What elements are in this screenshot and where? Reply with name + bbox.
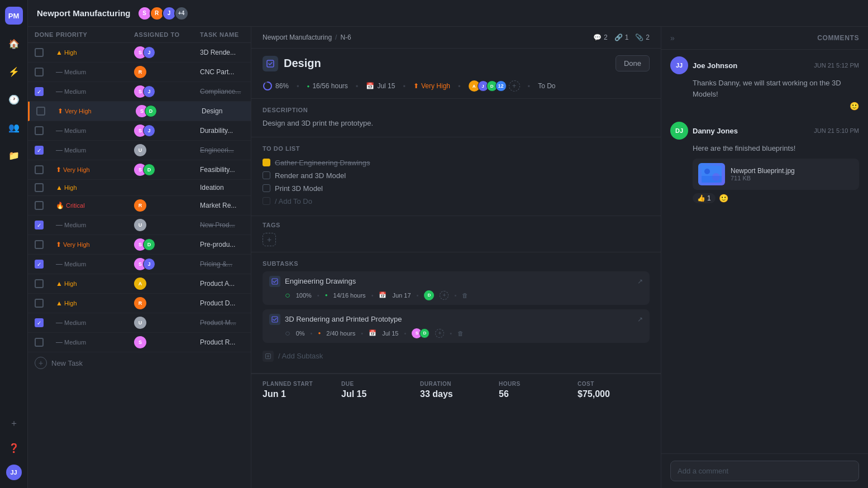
task-list-area: DONE PRIORITY ASSIGNED TO TASK NAME ▲ Hi…	[28, 27, 868, 488]
table-row[interactable]: ✓ — Medium S J Compliance...	[28, 82, 251, 102]
subtask-add-assignee[interactable]: +	[435, 329, 444, 338]
todo-checkbox[interactable]	[263, 159, 270, 166]
priority-icon: —	[56, 319, 63, 327]
sidebar-user[interactable]: JJ	[5, 463, 23, 481]
collapse-comments-button[interactable]: »	[670, 34, 675, 42]
table-row[interactable]: — Medium R CNC Part...	[28, 63, 251, 82]
todo-checkbox[interactable]	[263, 171, 270, 179]
table-row[interactable]: ▲ High Ideation	[28, 180, 251, 196]
todo-checkbox[interactable]	[263, 184, 270, 192]
subtask-due: Jul 15	[382, 330, 398, 337]
add-subtask-button[interactable]: / Add Subtask	[263, 347, 650, 365]
stat-duration-value: 33 days	[420, 389, 492, 399]
task-type-icon	[263, 56, 278, 71]
stat-hours-value: 56	[499, 389, 571, 399]
table-row[interactable]: — Medium S Product R...	[28, 333, 251, 352]
assignee-avatars: S J	[134, 85, 195, 98]
table-row[interactable]: ▲ High A Product A...	[28, 274, 251, 294]
assignee-avatar: A	[134, 278, 146, 290]
task-name: Product D...	[200, 299, 244, 307]
priority-badge: — Medium	[56, 68, 130, 76]
row-checkbox[interactable]	[35, 165, 44, 174]
row-checkbox[interactable]	[35, 48, 44, 57]
reaction-thumbsup[interactable]: 👍 1	[693, 193, 716, 203]
attachment-size: 711 KB	[731, 175, 853, 181]
row-checkbox[interactable]: ✓	[35, 221, 44, 229]
add-assignee-button[interactable]: +	[509, 80, 520, 92]
comments-count[interactable]: 💬 2	[593, 34, 608, 41]
row-checkbox[interactable]	[35, 299, 44, 308]
table-row[interactable]: ✓ — Medium S J Pricing &...	[28, 255, 251, 274]
table-row[interactable]: — Medium S J Durability...	[28, 121, 251, 141]
links-count[interactable]: 🔗 1	[614, 34, 629, 41]
calendar-icon-2: 📅	[379, 291, 387, 299]
sidebar-history[interactable]: 🕐	[5, 90, 23, 108]
row-checkbox[interactable]: ✓	[35, 260, 44, 269]
comment-input[interactable]	[670, 461, 859, 481]
row-checkbox[interactable]: ✓	[35, 87, 44, 96]
row-checkbox[interactable]	[35, 126, 44, 135]
sidebar-home[interactable]: 🏠	[5, 35, 23, 52]
table-row[interactable]: ⬆ Very High S D Design	[28, 102, 251, 121]
add-reaction-button[interactable]: 🙂	[850, 102, 859, 111]
done-button[interactable]: Done	[616, 55, 650, 71]
row-checkbox[interactable]: ✓	[35, 318, 44, 327]
assignee-avatars: S J	[134, 258, 195, 270]
row-checkbox[interactable]	[35, 338, 44, 347]
comment-header: JJ Joe Johnson JUN 21 5:12 PM	[670, 56, 859, 74]
subtask-external-link[interactable]: ↗	[637, 278, 643, 285]
todo-text: Print 3D Model	[275, 184, 323, 193]
subtask-item: 3D Rendering and Printed Prototype ↗ ○ 0…	[263, 309, 650, 343]
stat-hours: HOURS 56	[499, 381, 571, 399]
reaction-emoji: 👍	[697, 194, 705, 202]
add-tag-button[interactable]: +	[263, 233, 276, 246]
subtask-add-assignee[interactable]: +	[440, 291, 449, 300]
breadcrumb-task-id[interactable]: N-6	[340, 34, 351, 41]
breadcrumb-project[interactable]: Newport Manufacturing	[263, 34, 332, 41]
sidebar-files[interactable]: 📁	[5, 146, 23, 164]
table-row[interactable]: ▲ High S J 3D Rende...	[28, 43, 251, 63]
attachments-count[interactable]: 📎 2	[635, 34, 650, 41]
table-row[interactable]: ▲ High R Product D...	[28, 294, 251, 313]
subtask-due: Jun 17	[392, 292, 411, 299]
todo-item: Render and 3D Model	[263, 169, 650, 182]
row-checkbox[interactable]	[35, 201, 44, 210]
table-row[interactable]: ⬆ Very High S D Feasibility...	[28, 160, 251, 180]
assignee-avatars: U	[134, 144, 195, 156]
sidebar-add[interactable]: ＋	[5, 414, 23, 432]
table-row[interactable]: ✓ — Medium U New Prod...	[28, 216, 251, 235]
table-row[interactable]: ✓ — Medium U Product M...	[28, 313, 251, 333]
subtask-delete-icon[interactable]: 🗑	[457, 330, 464, 337]
row-checkbox[interactable]	[35, 279, 44, 288]
comments-count-value: 2	[604, 34, 608, 41]
row-checkbox[interactable]	[35, 183, 44, 192]
stat-duration: DURATION 33 days	[420, 381, 492, 399]
row-checkbox[interactable]	[36, 107, 45, 116]
subtask-delete-icon[interactable]: 🗑	[462, 292, 468, 299]
add-reaction-button[interactable]: 🙂	[719, 194, 728, 203]
priority-text: High	[64, 49, 77, 56]
assignee-avatars: S	[134, 336, 195, 348]
priority-badge: 🔥 Critical	[56, 202, 130, 209]
table-row[interactable]: ✓ — Medium U Engineeri...	[28, 141, 251, 160]
row-checkbox[interactable]: ✓	[35, 146, 44, 155]
add-subtask-icon	[263, 351, 274, 362]
sidebar-help[interactable]: ❓	[5, 439, 23, 457]
task-name: Market Re...	[200, 202, 244, 209]
assignee-avatars: A	[134, 278, 195, 290]
sidebar-team[interactable]: 👥	[5, 118, 23, 136]
subtask-hours: 14/16 hours	[333, 292, 366, 299]
row-checkbox[interactable]	[35, 68, 44, 76]
add-task-button[interactable]: + New Task	[28, 352, 251, 374]
row-checkbox[interactable]	[35, 240, 44, 249]
assignee-avatars: S D	[134, 238, 195, 251]
subtask-external-link[interactable]: ↗	[637, 315, 643, 323]
add-todo-button[interactable]: / Add To Do	[263, 195, 650, 208]
table-row[interactable]: 🔥 Critical R Market Re...	[28, 196, 251, 216]
sidebar-activity[interactable]: ⚡	[5, 63, 23, 80]
subtask-assignee: D	[419, 328, 430, 338]
table-row[interactable]: ⬆ Very High S D Pre-produ...	[28, 235, 251, 255]
assignee-avatars: U	[134, 317, 195, 329]
progress-ring-icon	[263, 81, 273, 91]
stat-due: DUE Jul 15	[341, 381, 413, 399]
